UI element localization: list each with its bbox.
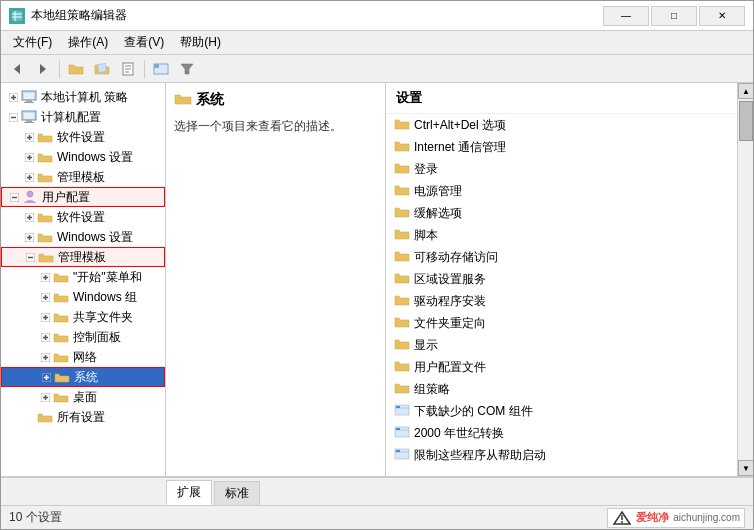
tree-facade[interactable]: 桌面 bbox=[1, 387, 165, 407]
separator-2 bbox=[144, 60, 145, 78]
tree-windows-group[interactable]: Windows 组 bbox=[1, 287, 165, 307]
folder-btn-2[interactable] bbox=[90, 58, 114, 80]
root-label: 本地计算机 策略 bbox=[41, 89, 128, 106]
settings-label-13: 下载缺少的 COM 组件 bbox=[414, 403, 533, 420]
settings-label-7: 区域设置服务 bbox=[414, 271, 486, 288]
scroll-down-arrow[interactable]: ▼ bbox=[738, 460, 753, 476]
control-panel-label: 控制面板 bbox=[73, 329, 121, 346]
tree-system[interactable]: 系统 bbox=[1, 367, 165, 387]
admin-templates-computer-label: 管理模板 bbox=[57, 169, 105, 186]
window-title: 本地组策略编辑器 bbox=[31, 7, 603, 24]
tab-standard[interactable]: 标准 bbox=[214, 481, 260, 505]
start-menu-label: "开始"菜单和 bbox=[73, 269, 142, 286]
folder-icon-3 bbox=[394, 184, 410, 199]
tree-network[interactable]: 网络 bbox=[1, 347, 165, 367]
svg-rect-1 bbox=[12, 11, 22, 21]
settings-item-3[interactable]: 电源管理 bbox=[386, 180, 737, 202]
tree-user-admin[interactable]: 管理模板 bbox=[1, 247, 165, 267]
shared-folder-label: 共享文件夹 bbox=[73, 309, 133, 326]
shared-folder-icon bbox=[53, 310, 69, 324]
maximize-button[interactable]: □ bbox=[651, 6, 697, 26]
svg-rect-21 bbox=[24, 102, 34, 103]
watermark-url: aichunjing.com bbox=[673, 512, 740, 523]
svg-rect-77 bbox=[396, 450, 400, 452]
settings-item-1[interactable]: Internet 通信管理 bbox=[386, 136, 737, 158]
tree-root[interactable]: 本地计算机 策略 bbox=[1, 87, 165, 107]
tab-extended[interactable]: 扩展 bbox=[166, 480, 212, 505]
scroll-up-arrow[interactable]: ▲ bbox=[738, 83, 753, 99]
menu-view[interactable]: 查看(V) bbox=[116, 32, 172, 53]
folder-icon-12 bbox=[394, 382, 410, 397]
windows-group-icon bbox=[53, 290, 69, 304]
close-button[interactable]: ✕ bbox=[699, 6, 745, 26]
folder-icon-11 bbox=[394, 360, 410, 375]
tree-user-windows[interactable]: Windows 设置 bbox=[1, 227, 165, 247]
folder-icon-0 bbox=[394, 118, 410, 133]
minimize-button[interactable]: — bbox=[603, 6, 649, 26]
menu-help[interactable]: 帮助(H) bbox=[172, 32, 229, 53]
computer-config-icon bbox=[21, 110, 37, 124]
settings-label-1: Internet 通信管理 bbox=[414, 139, 506, 156]
settings-item-2[interactable]: 登录 bbox=[386, 158, 737, 180]
toolbar bbox=[1, 55, 753, 83]
back-button[interactable] bbox=[5, 58, 29, 80]
start-menu-icon bbox=[53, 270, 69, 284]
menu-action[interactable]: 操作(A) bbox=[60, 32, 116, 53]
settings-item-14[interactable]: 2000 年世纪转换 bbox=[386, 422, 737, 444]
svg-rect-13 bbox=[154, 64, 159, 68]
settings-item-7[interactable]: 区域设置服务 bbox=[386, 268, 737, 290]
user-software-expand bbox=[21, 209, 37, 225]
settings-item-12[interactable]: 组策略 bbox=[386, 378, 737, 400]
settings-item-8[interactable]: 驱动程序安装 bbox=[386, 290, 737, 312]
network-label: 网络 bbox=[73, 349, 97, 366]
settings-item-5[interactable]: 脚本 bbox=[386, 224, 737, 246]
settings-item-13[interactable]: 下载缺少的 COM 组件 bbox=[386, 400, 737, 422]
status-count: 10 个设置 bbox=[9, 509, 62, 526]
settings-item-15[interactable]: 限制这些程序从帮助启动 bbox=[386, 444, 737, 466]
tree-user-config[interactable]: 用户配置 bbox=[1, 187, 165, 207]
software-label: 软件设置 bbox=[57, 129, 105, 146]
settings-item-4[interactable]: 缓解选项 bbox=[386, 202, 737, 224]
tree-windows-settings[interactable]: Windows 设置 bbox=[1, 147, 165, 167]
windows-group-expand bbox=[37, 289, 53, 305]
main-window: 本地组策略编辑器 — □ ✕ 文件(F) 操作(A) 查看(V) 帮助(H) bbox=[0, 0, 754, 530]
settings-label-5: 脚本 bbox=[414, 227, 438, 244]
tree-start-menu[interactable]: "开始"菜单和 bbox=[1, 267, 165, 287]
svg-point-81 bbox=[621, 521, 623, 523]
folder-btn-1[interactable] bbox=[64, 58, 88, 80]
facade-expand bbox=[37, 389, 53, 405]
menu-file[interactable]: 文件(F) bbox=[5, 32, 60, 53]
scroll-thumb[interactable] bbox=[739, 101, 753, 141]
tree-all-settings[interactable]: 所有设置 bbox=[1, 407, 165, 427]
tree-computer-config[interactable]: 计算机配置 bbox=[1, 107, 165, 127]
doc-btn[interactable] bbox=[116, 58, 140, 80]
user-windows-expand bbox=[21, 229, 37, 245]
right-scrollbar[interactable]: ▲ ▼ bbox=[737, 83, 753, 476]
settings-icon-15 bbox=[394, 448, 410, 463]
forward-button[interactable] bbox=[31, 58, 55, 80]
window-icon bbox=[9, 8, 25, 24]
middle-title-text: 系统 bbox=[196, 91, 224, 109]
network-expand bbox=[37, 349, 53, 365]
settings-item-6[interactable]: 可移动存储访问 bbox=[386, 246, 737, 268]
settings-item-0[interactable]: Ctrl+Alt+Del 选项 bbox=[386, 114, 737, 136]
control-panel-expand bbox=[37, 329, 53, 345]
settings-label-11: 用户配置文件 bbox=[414, 359, 486, 376]
tree-software-settings[interactable]: 软件设置 bbox=[1, 127, 165, 147]
image-btn[interactable] bbox=[149, 58, 173, 80]
settings-item-9[interactable]: 文件夹重定向 bbox=[386, 312, 737, 334]
filter-btn[interactable] bbox=[175, 58, 199, 80]
settings-item-10[interactable]: 显示 bbox=[386, 334, 737, 356]
tree-control-panel[interactable]: 控制面板 bbox=[1, 327, 165, 347]
status-bar: 10 个设置 爱纯净 aichunjing.com bbox=[1, 505, 753, 529]
software-expand bbox=[21, 129, 37, 145]
middle-description: 选择一个项目来查看它的描述。 bbox=[174, 117, 377, 135]
system-folder-icon bbox=[54, 370, 70, 384]
windows-settings-folder-icon bbox=[37, 150, 53, 164]
tree-admin-templates-computer[interactable]: 管理模板 bbox=[1, 167, 165, 187]
svg-rect-26 bbox=[26, 120, 32, 122]
settings-item-11[interactable]: 用户配置文件 bbox=[386, 356, 737, 378]
tree-shared-folder[interactable]: 共享文件夹 bbox=[1, 307, 165, 327]
tree-user-software[interactable]: 软件设置 bbox=[1, 207, 165, 227]
watermark-text: 爱纯净 bbox=[636, 510, 669, 525]
